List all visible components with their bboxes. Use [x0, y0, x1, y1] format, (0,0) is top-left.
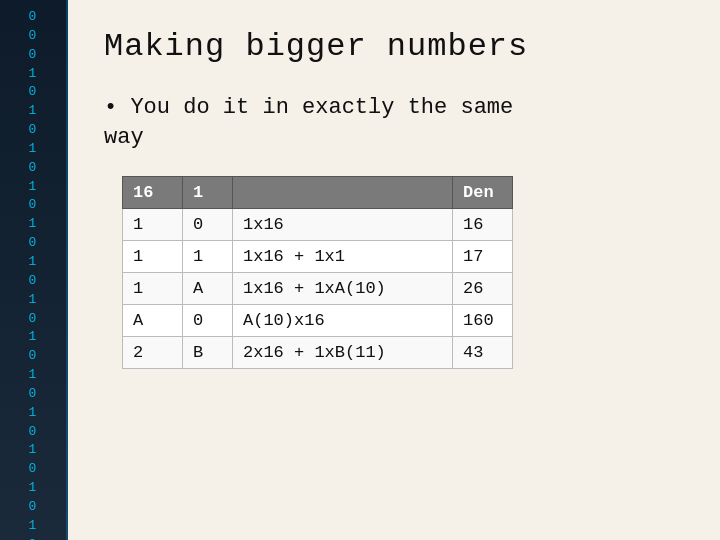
main-content: Making bigger numbers • You do it in exa… [68, 0, 720, 540]
table-container: 16 1 Den 1 0 1x16 16 1 1 1x16 + 1x1 17 1… [122, 176, 684, 369]
cell-expr: 1x16 + 1x1 [233, 241, 453, 273]
cell-den: 43 [453, 337, 513, 369]
cell-col16: A [123, 305, 183, 337]
hex-table: 16 1 Den 1 0 1x16 16 1 1 1x16 + 1x1 17 1… [122, 176, 513, 369]
table-header-row: 16 1 Den [123, 177, 513, 209]
cell-expr: 1x16 + 1xA(10) [233, 273, 453, 305]
cell-col1: 0 [183, 305, 233, 337]
header-expr [233, 177, 453, 209]
table-row: A 0 A(10)x16 160 [123, 305, 513, 337]
cell-col16: 1 [123, 273, 183, 305]
cell-col16: 1 [123, 209, 183, 241]
page-title: Making bigger numbers [104, 28, 684, 65]
header-16: 16 [123, 177, 183, 209]
binary-pattern: 00010101 01010101 01010101 01010101 [29, 8, 38, 540]
sidebar: 00010101 01010101 01010101 01010101 [0, 0, 68, 540]
cell-col1: 0 [183, 209, 233, 241]
cell-col16: 2 [123, 337, 183, 369]
table-row: 2 B 2x16 + 1xB(11) 43 [123, 337, 513, 369]
cell-den: 17 [453, 241, 513, 273]
table-row: 1 A 1x16 + 1xA(10) 26 [123, 273, 513, 305]
header-den: Den [453, 177, 513, 209]
cell-col1: 1 [183, 241, 233, 273]
cell-col1: B [183, 337, 233, 369]
cell-den: 160 [453, 305, 513, 337]
table-row: 1 0 1x16 16 [123, 209, 513, 241]
cell-col16: 1 [123, 241, 183, 273]
cell-expr: 1x16 [233, 209, 453, 241]
cell-col1: A [183, 273, 233, 305]
bullet-content: • You do it in exactly the same way [104, 93, 513, 152]
bullet-text: • You do it in exactly the same way [104, 93, 684, 152]
cell-den: 26 [453, 273, 513, 305]
header-1: 1 [183, 177, 233, 209]
cell-den: 16 [453, 209, 513, 241]
cell-expr: A(10)x16 [233, 305, 453, 337]
cell-expr: 2x16 + 1xB(11) [233, 337, 453, 369]
table-row: 1 1 1x16 + 1x1 17 [123, 241, 513, 273]
